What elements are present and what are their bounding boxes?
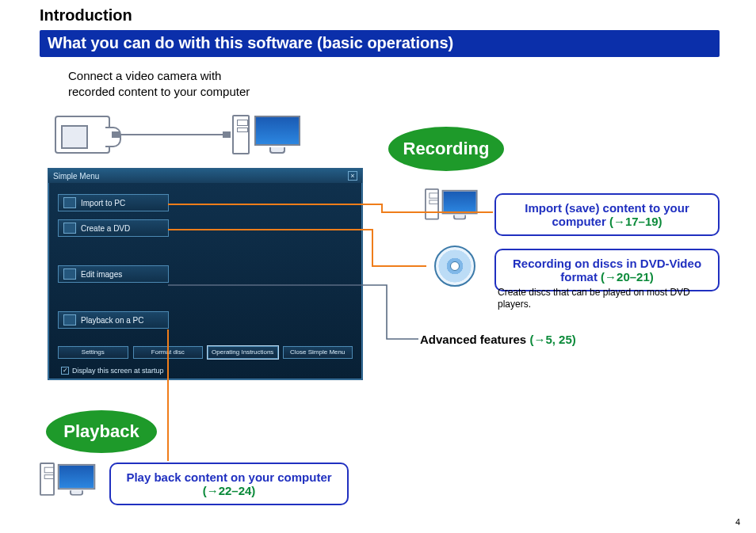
close-simple-menu-button[interactable]: Close Simple Menu bbox=[283, 346, 353, 359]
menu-item-label: Create a DVD bbox=[81, 224, 130, 233]
page-title: Introduction bbox=[40, 6, 132, 25]
simple-menu-title: Simple Menu bbox=[53, 172, 99, 181]
import-callout[interactable]: Import (save) content to your computer (… bbox=[494, 193, 720, 236]
monitor-icon bbox=[442, 190, 478, 220]
pc-icon-group bbox=[425, 188, 478, 220]
menu-item-import[interactable]: Import to PC bbox=[58, 194, 169, 211]
dvd-callout[interactable]: Recording on discs in DVD-Video format (… bbox=[494, 249, 720, 291]
connect-line2: recorded content to your computer bbox=[68, 85, 250, 98]
format-disc-button[interactable]: Format disc bbox=[133, 346, 204, 359]
camcorder-icon bbox=[55, 116, 110, 154]
close-icon[interactable]: × bbox=[348, 171, 357, 181]
menu-item-create-dvd[interactable]: Create a DVD bbox=[58, 219, 169, 237]
advanced-features-text: Advanced features bbox=[420, 333, 529, 346]
pc-icon-group bbox=[40, 463, 95, 496]
edit-icon bbox=[63, 268, 76, 280]
pc-tower-icon bbox=[425, 188, 439, 220]
simple-menu-window: Simple Menu × Import to PC Create a DVD … bbox=[48, 168, 363, 380]
advanced-features-link[interactable]: Advanced features (→5, 25) bbox=[420, 333, 576, 346]
page-ref: (→20–21) bbox=[601, 270, 654, 284]
recording-ellipse: Recording bbox=[388, 127, 504, 171]
settings-button[interactable]: Settings bbox=[58, 346, 128, 359]
page-ref: (→22–24) bbox=[203, 484, 256, 497]
section-title-bar: What you can do with this software (basi… bbox=[40, 30, 720, 57]
camcorder-to-pc-diagram bbox=[55, 111, 300, 158]
checkbox-icon: ✓ bbox=[61, 367, 69, 375]
page-ref: (→5, 25) bbox=[529, 333, 575, 346]
menu-item-label: Playback on a PC bbox=[81, 316, 144, 325]
menu-item-label: Edit images bbox=[81, 270, 122, 279]
dvd-icon bbox=[63, 223, 76, 234]
monitor-icon bbox=[254, 116, 300, 154]
menu-item-label: Import to PC bbox=[81, 199, 125, 207]
playback-callout[interactable]: Play back content on your computer (→22–… bbox=[109, 463, 349, 505]
disc-icon bbox=[434, 246, 475, 287]
import-icon bbox=[63, 197, 76, 208]
operating-instructions-button[interactable]: Operating Instructions bbox=[208, 346, 278, 359]
page-number: 4 bbox=[735, 517, 740, 527]
startup-checkbox[interactable]: ✓ Display this screen at startup bbox=[61, 367, 164, 375]
playback-ellipse: Playback bbox=[46, 410, 157, 453]
connect-line1: Connect a video camera with bbox=[68, 69, 221, 82]
monitor-icon bbox=[58, 464, 95, 496]
callout-text: Play back content on your computer bbox=[126, 470, 331, 484]
menu-item-edit-images[interactable]: Edit images bbox=[58, 265, 169, 283]
usb-cable-icon bbox=[115, 134, 227, 135]
connect-instruction: Connect a video camera with recorded con… bbox=[68, 68, 250, 100]
checkbox-label: Display this screen at startup bbox=[72, 367, 164, 375]
play-icon bbox=[63, 314, 76, 326]
menu-item-playback[interactable]: Playback on a PC bbox=[58, 311, 169, 329]
page-ref: (→17–19) bbox=[609, 215, 662, 228]
pc-tower-icon bbox=[40, 463, 55, 496]
dvd-subnote: Create discs that can be played on most … bbox=[498, 287, 723, 310]
callout-text: Import (save) content to your computer bbox=[525, 201, 689, 228]
pc-tower-icon bbox=[232, 115, 250, 154]
